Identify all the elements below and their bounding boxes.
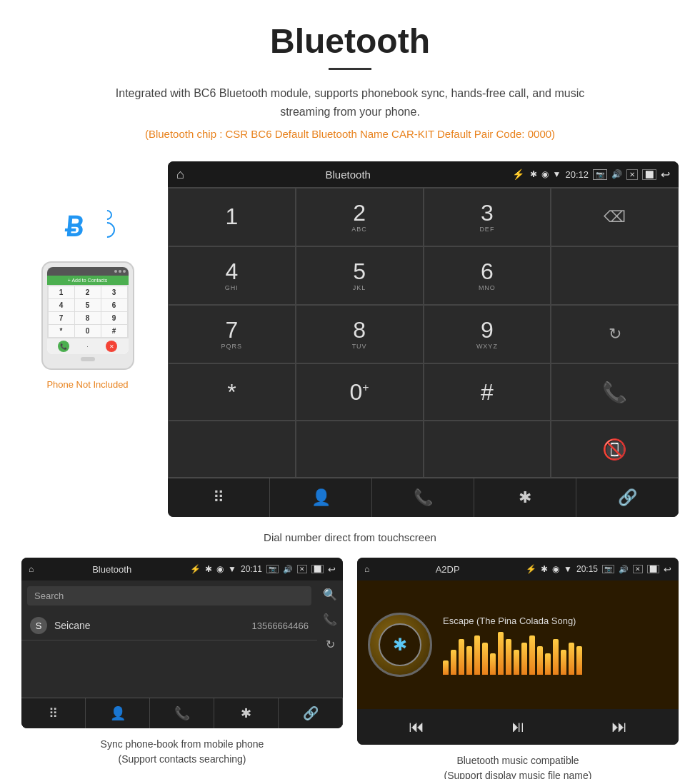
volume-icon: 🔊 [611, 169, 622, 179]
dial-key-hash[interactable]: # [424, 363, 551, 421]
dial-key-refresh[interactable]: ↻ [551, 305, 679, 363]
pb-bt-btn[interactable]: ✱ [214, 698, 279, 728]
contact-number: 13566664466 [251, 620, 309, 631]
music-caption: Bluetooth music compatible (Support disp… [444, 753, 592, 779]
bluetooth-icon: Ƀ [64, 211, 85, 243]
backspace-icon: ⌫ [604, 208, 626, 226]
phone-key-0[interactable]: 0 [75, 325, 101, 337]
usb-icon: ⚡ [512, 169, 524, 180]
phone-key-2[interactable]: 2 [75, 286, 101, 298]
pb-right-icons: 🔍 📞 ↻ [317, 581, 343, 698]
dial-key-1[interactable]: 1 [168, 188, 296, 246]
window-icon[interactable]: ⬜ [642, 169, 656, 180]
dial-empty-3 [296, 421, 424, 478]
phone-key-8[interactable]: 8 [75, 312, 101, 324]
dial-caption: Dial number direct from touchscreen [0, 531, 700, 543]
prev-button[interactable]: ⏮ [409, 718, 424, 736]
call-icon[interactable]: 📞 [323, 613, 337, 626]
ms-vol-icon: 🔊 [619, 565, 629, 574]
ms-bt-icon: ✱ [541, 564, 548, 574]
pb-bt-icon: ✱ [205, 564, 212, 574]
eq-bar [514, 650, 519, 675]
dial-key-star[interactable]: * [168, 363, 296, 421]
dialpad-button[interactable]: ⠿ [168, 478, 270, 517]
back-icon[interactable]: ↩ [661, 168, 670, 181]
phone-key-7[interactable]: 7 [49, 312, 74, 324]
phone-key-hash[interactable]: # [101, 325, 127, 337]
pb-dialpad-btn[interactable]: ⠿ [21, 698, 86, 728]
call-log-icon: 📞 [414, 488, 433, 507]
phone-end-button[interactable]: ✕ [106, 341, 117, 352]
dial-key-9[interactable]: 9 WXYZ [424, 305, 551, 363]
signal-icon: ▼ [553, 169, 561, 179]
bluetooth-button[interactable]: ✱ [474, 478, 576, 517]
dial-key-3[interactable]: 3 DEF [424, 188, 551, 246]
dial-key-6[interactable]: 6 MNO [424, 246, 551, 305]
dial-key-call-red[interactable]: 📵 [551, 421, 679, 478]
phone-key-6[interactable]: 6 [101, 299, 127, 311]
contacts-button[interactable]: 👤 [270, 478, 372, 517]
play-pause-button[interactable]: ⏯ [510, 718, 526, 736]
dialpad-icon: ⠿ [213, 488, 224, 507]
dial-key-5[interactable]: 5 JKL [296, 246, 424, 305]
phone-key-4[interactable]: 4 [49, 299, 74, 311]
eq-bar [490, 653, 496, 675]
eq-bar [506, 639, 511, 675]
ms-loc-icon: ◉ [552, 564, 559, 574]
call-end-icon: 📵 [602, 438, 627, 461]
phone-call-button[interactable]: 📞 [58, 341, 69, 352]
pb-contacts-btn[interactable]: 👤 [86, 698, 150, 728]
eq-bar [443, 660, 449, 675]
phonebook-item: ⌂ Bluetooth ⚡ ✱ ◉ ▼ 20:11 📷 🔊 ✕ ⬜ ↩ Sear… [21, 558, 343, 779]
phone-status-bar [47, 267, 129, 276]
pb-back-icon: ↩ [328, 564, 336, 575]
music-item: ⌂ A2DP ⚡ ✱ ◉ ▼ 20:15 📷 🔊 ✕ ⬜ ↩ ✱ Escape … [357, 558, 679, 779]
equalizer-bars [443, 632, 668, 675]
pb-signal-icon: ▼ [228, 564, 236, 574]
contacts-icon: 👤 [311, 488, 331, 507]
music-info: Escape (The Pina Colada Song) [443, 615, 668, 675]
dial-key-backspace[interactable]: ⌫ [551, 188, 679, 246]
dial-key-7[interactable]: 7 PQRS [168, 305, 296, 363]
dial-key-2[interactable]: 2 ABC [296, 188, 424, 246]
phone-key-9[interactable]: 9 [101, 312, 127, 324]
dial-key-0[interactable]: 0+ [296, 363, 424, 421]
phone-home-button[interactable] [81, 357, 95, 361]
eq-bar [545, 653, 551, 675]
home-icon[interactable]: ⌂ [176, 167, 184, 182]
eq-bar [459, 639, 464, 675]
phonebook-caption: Sync phone-book from mobile phone (Suppo… [101, 737, 264, 767]
ms-home-icon: ⌂ [364, 564, 369, 574]
status-dot [114, 270, 117, 273]
refresh-icon-pb[interactable]: ↻ [326, 638, 335, 651]
music-controls: ⏮ ⏯ ⏭ [357, 709, 679, 745]
phone-key-star[interactable]: * [49, 325, 74, 337]
close-icon[interactable]: ✕ [626, 169, 638, 180]
pb-search-field[interactable]: Search [27, 586, 311, 605]
camera-icon: 📷 [593, 169, 607, 180]
dial-key-8[interactable]: 8 TUV [296, 305, 424, 363]
add-contact-btn[interactable]: + Add to Contacts [47, 276, 129, 285]
pb-call-btn[interactable]: 📞 [150, 698, 214, 728]
music-album-art: ✱ [368, 613, 432, 677]
phone-key-3[interactable]: 3 [101, 286, 127, 298]
phone-key-5[interactable]: 5 [75, 299, 101, 311]
pb-cam-icon: 📷 [266, 565, 279, 573]
link-button[interactable]: 🔗 [576, 478, 679, 517]
phone-key-1[interactable]: 1 [49, 286, 74, 298]
pb-spacer [21, 640, 317, 698]
call-log-button[interactable]: 📞 [372, 478, 474, 517]
dial-key-call-green[interactable]: 📞 [551, 363, 679, 421]
search-icon[interactable]: 🔍 [323, 588, 337, 601]
bluetooth-specs: (Bluetooth chip : CSR BC6 Default Blueto… [14, 128, 686, 140]
location-icon: ◉ [541, 169, 549, 179]
next-button[interactable]: ⏭ [611, 718, 627, 736]
call-green-icon: 📞 [602, 381, 627, 404]
eq-bar [482, 643, 488, 675]
music-content: ✱ Escape (The Pina Colada Song) [357, 581, 679, 709]
pb-contact-row[interactable]: S Seicane 13566664466 [21, 611, 317, 640]
pb-link-btn[interactable]: 🔗 [279, 698, 343, 728]
android-status-bar: ⌂ Bluetooth ⚡ ✱ ◉ ▼ 20:12 📷 🔊 ✕ ⬜ ↩ [168, 161, 679, 187]
dial-key-4[interactable]: 4 GHI [168, 246, 296, 305]
phone-bottom-row: 📞 · ✕ [47, 338, 129, 354]
